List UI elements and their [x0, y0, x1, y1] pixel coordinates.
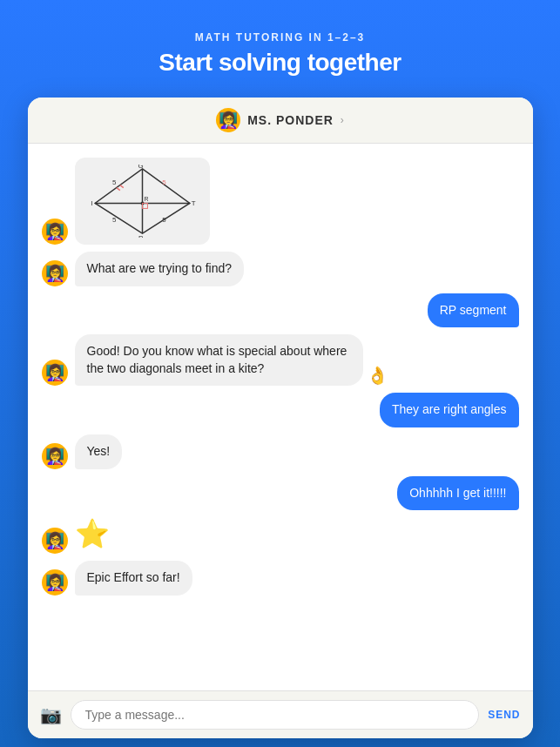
- message-row: 👩‍🏫 What are we trying to find?: [42, 252, 519, 286]
- svg-text:R: R: [144, 196, 148, 202]
- tutor-bubble: Yes!: [75, 434, 123, 469]
- chat-header[interactable]: 👩‍🏫 MS. PONDER ›: [28, 98, 533, 144]
- messages-area: 👩‍🏫 G I P T R: [28, 144, 533, 690]
- message-row: RP segment: [42, 293, 519, 328]
- user-bubble: Ohhhhh I get it!!!!!: [397, 476, 518, 511]
- svg-text:5: 5: [111, 216, 116, 224]
- tutor-avatar: 👩‍🏫: [42, 528, 68, 554]
- app-subtitle: MATH TUTORING IN 1–2–3: [159, 31, 401, 44]
- tutor-avatar-header: 👩‍🏫: [216, 108, 240, 132]
- message-row: 👩‍🏫 Yes!: [42, 434, 519, 469]
- message-row: Ohhhhh I get it!!!!!: [42, 476, 519, 511]
- send-button[interactable]: SEND: [488, 709, 520, 721]
- svg-text:5: 5: [162, 178, 166, 186]
- message-row: 👩‍🏫 G I P T R: [42, 158, 519, 245]
- tutor-avatar: 👩‍🏫: [42, 260, 68, 286]
- svg-line-14: [116, 188, 119, 191]
- tutor-avatar: 👩‍🏫: [42, 569, 68, 596]
- svg-text:5: 5: [162, 216, 166, 224]
- geometry-image: G I P T R 5 5 5 5: [75, 158, 210, 245]
- chat-container: 👩‍🏫 MS. PONDER › 👩‍🏫 G: [28, 98, 533, 738]
- input-area: 📷 SEND: [28, 690, 533, 738]
- chevron-right-icon: ›: [341, 114, 344, 126]
- message-row: 👩‍🏫 ⭐: [42, 517, 519, 554]
- message-row: They are right angles: [42, 393, 519, 427]
- tutor-avatar: 👩‍🏫: [42, 443, 68, 469]
- camera-icon[interactable]: 📷: [40, 704, 62, 725]
- tutor-bubble: What are we trying to find?: [75, 252, 245, 286]
- message-input[interactable]: [71, 700, 480, 730]
- svg-text:5: 5: [111, 178, 116, 186]
- svg-text:I: I: [91, 199, 92, 207]
- tutor-bubble: Good! Do you know what is special about …: [75, 334, 364, 386]
- tutor-avatar: 👩‍🏫: [42, 219, 68, 245]
- bubble-emoji-group: Good! Do you know what is special about …: [75, 334, 519, 386]
- svg-text:P: P: [138, 234, 142, 238]
- user-bubble: RP segment: [428, 293, 519, 328]
- tutor-avatar: 👩‍🏫: [42, 360, 68, 386]
- svg-text:T: T: [191, 199, 195, 207]
- svg-line-15: [119, 185, 123, 188]
- app-title: Start solving together: [159, 49, 401, 77]
- app-header: MATH TUTORING IN 1–2–3 Start solving tog…: [141, 0, 418, 98]
- message-row: 👩‍🏫 Good! Do you know what is special ab…: [42, 334, 519, 386]
- tutor-bubble: Epic Effort so far!: [75, 561, 192, 596]
- tutor-name: MS. PONDER: [247, 113, 334, 127]
- ok-emoji: 👌: [367, 365, 388, 386]
- message-row: 👩‍🏫 Epic Effort so far!: [42, 561, 519, 596]
- svg-text:G: G: [138, 165, 143, 170]
- user-bubble: They are right angles: [380, 393, 519, 427]
- star-emoji: ⭐: [75, 517, 110, 550]
